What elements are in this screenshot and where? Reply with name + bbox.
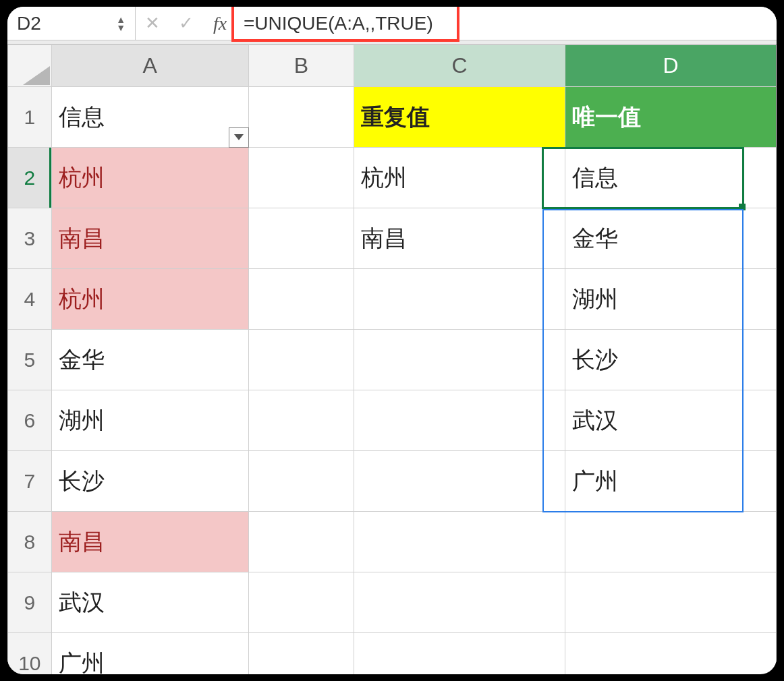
cell-C3[interactable]: 南昌 [354, 208, 565, 269]
cell-A3[interactable]: 南昌 [51, 208, 248, 269]
filter-dropdown-button[interactable] [229, 127, 249, 148]
select-all-corner[interactable] [8, 45, 52, 87]
cell-C8[interactable] [354, 512, 565, 572]
formula-input[interactable]: =UNIQUE(A:A,,TRUE) [237, 7, 777, 40]
cell-A1[interactable]: 信息 [51, 87, 248, 148]
cell-B10[interactable] [248, 633, 354, 675]
cell-B9[interactable] [248, 572, 354, 633]
spreadsheet-window: D2 ▲ ▼ ✕ ✓ fx =UNIQUE(A:A,,TRUE) [7, 7, 777, 674]
cell-C4[interactable] [354, 269, 565, 330]
formula-bar: D2 ▲ ▼ ✕ ✓ fx =UNIQUE(A:A,,TRUE) [7, 7, 777, 40]
col-header-B[interactable]: B [248, 45, 354, 87]
cell-D2[interactable]: 信息 [565, 148, 777, 208]
cell-A2[interactable]: 杭州 [51, 148, 248, 208]
cell-D4[interactable]: 湖州 [565, 269, 777, 330]
cell-D7[interactable]: 广州 [565, 451, 777, 512]
cell-B2[interactable] [248, 148, 354, 208]
cell-A9[interactable]: 武汉 [51, 572, 248, 633]
cell-B3[interactable] [248, 208, 354, 269]
grid[interactable]: A B C D 1 信息 重复值 唯一值 2 杭州 [7, 45, 777, 674]
cell-A10[interactable]: 广州 [51, 633, 248, 675]
cell-reference: D2 [17, 13, 116, 34]
cell-C10[interactable] [354, 633, 565, 675]
row-header-1[interactable]: 1 [8, 87, 52, 148]
confirm-button[interactable]: ✓ [169, 7, 203, 40]
cell-D5[interactable]: 长沙 [565, 330, 777, 390]
row-header-4[interactable]: 4 [8, 269, 52, 330]
cell-C9[interactable] [354, 572, 565, 633]
cell-C2[interactable]: 杭州 [354, 148, 565, 208]
cell-B4[interactable] [248, 269, 354, 330]
cell-C7[interactable] [354, 451, 565, 512]
cell-C6[interactable] [354, 390, 565, 451]
check-icon: ✓ [179, 13, 194, 34]
cell-C5[interactable] [354, 330, 565, 390]
cell-D3[interactable]: 金华 [565, 208, 777, 269]
row-header-9[interactable]: 9 [8, 572, 52, 633]
row-header-8[interactable]: 8 [8, 512, 52, 572]
cell-C1[interactable]: 重复值 [354, 87, 565, 148]
cell-B7[interactable] [248, 451, 354, 512]
name-box-stepper[interactable]: ▲ ▼ [116, 16, 125, 31]
row-header-6[interactable]: 6 [8, 390, 52, 451]
cell-B1[interactable] [248, 87, 354, 148]
name-box[interactable]: D2 ▲ ▼ [7, 7, 136, 40]
cell-A8[interactable]: 南昌 [51, 512, 248, 572]
cell-D8[interactable] [565, 512, 777, 572]
col-header-D[interactable]: D [565, 45, 777, 87]
cell-A6[interactable]: 湖州 [51, 390, 248, 451]
fx-button[interactable]: fx [203, 7, 237, 40]
cell-B5[interactable] [248, 330, 354, 390]
cell-A4[interactable]: 杭州 [51, 269, 248, 330]
stepper-down-icon[interactable]: ▼ [116, 24, 125, 31]
svg-marker-0 [234, 134, 244, 140]
col-header-C[interactable]: C [354, 45, 565, 87]
row-header-5[interactable]: 5 [8, 330, 52, 390]
cell-B6[interactable] [248, 390, 354, 451]
fx-label: fx [213, 13, 227, 34]
row-header-10[interactable]: 10 [8, 633, 52, 675]
col-header-A[interactable]: A [51, 45, 248, 87]
select-all-triangle-icon [23, 66, 50, 85]
cell-D1[interactable]: 唯一值 [565, 87, 777, 148]
cell-A5[interactable]: 金华 [51, 330, 248, 390]
row-header-3[interactable]: 3 [8, 208, 52, 269]
cell-D10[interactable] [565, 633, 777, 675]
cell-B8[interactable] [248, 512, 354, 572]
formula-text: =UNIQUE(A:A,,TRUE) [244, 13, 433, 34]
cancel-button[interactable]: ✕ [136, 7, 169, 40]
stepper-up-icon[interactable]: ▲ [116, 16, 125, 23]
cell-D6[interactable]: 武汉 [565, 390, 777, 451]
row-header-7[interactable]: 7 [8, 451, 52, 512]
cell-D9[interactable] [565, 572, 777, 633]
row-header-2[interactable]: 2 [8, 148, 52, 208]
close-icon: ✕ [145, 13, 160, 34]
cell-A7[interactable]: 长沙 [51, 451, 248, 512]
chevron-down-icon [234, 134, 244, 141]
